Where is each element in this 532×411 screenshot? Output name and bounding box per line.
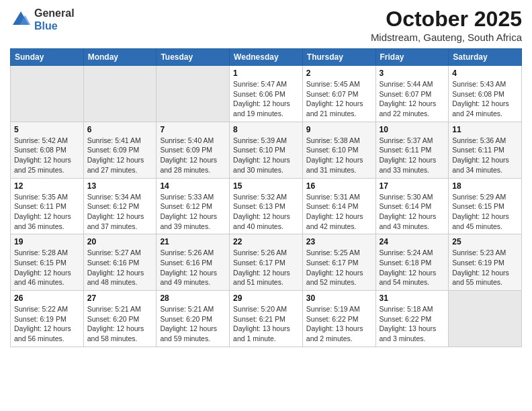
calendar-week-2: 5Sunrise: 5:42 AMSunset: 6:08 PMDaylight… [11, 122, 522, 178]
day-number: 1 [233, 68, 299, 78]
calendar-cell: 8Sunrise: 5:39 AMSunset: 6:10 PMDaylight… [230, 122, 303, 178]
day-info: Sunrise: 5:41 AMSunset: 6:09 PMDaylight:… [87, 136, 153, 175]
day-info: Sunrise: 5:26 AMSunset: 6:17 PMDaylight:… [233, 248, 299, 287]
calendar-cell: 2Sunrise: 5:45 AMSunset: 6:07 PMDaylight… [302, 66, 375, 122]
day-number: 15 [233, 181, 299, 191]
day-number: 8 [233, 125, 299, 134]
calendar-cell: 31Sunrise: 5:18 AMSunset: 6:22 PMDayligh… [375, 291, 449, 347]
calendar-cell: 19Sunrise: 5:28 AMSunset: 6:15 PMDayligh… [11, 234, 84, 291]
calendar-cell: 17Sunrise: 5:30 AMSunset: 6:14 PMDayligh… [375, 178, 449, 234]
calendar-cell: 18Sunrise: 5:29 AMSunset: 6:15 PMDayligh… [449, 178, 522, 234]
weekday-header-sunday: Sunday [11, 49, 84, 66]
day-number: 25 [452, 237, 518, 246]
calendar-cell: 28Sunrise: 5:21 AMSunset: 6:20 PMDayligh… [157, 291, 230, 347]
day-info: Sunrise: 5:34 AMSunset: 6:12 PMDaylight:… [87, 192, 153, 232]
day-number: 2 [306, 68, 372, 78]
calendar-table: SundayMondayTuesdayWednesdayThursdayFrid… [10, 48, 522, 347]
day-info: Sunrise: 5:28 AMSunset: 6:15 PMDaylight:… [14, 248, 80, 287]
calendar-cell: 1Sunrise: 5:47 AMSunset: 6:06 PMDaylight… [230, 66, 303, 122]
logo-general: General [34, 7, 75, 19]
calendar-cell: 11Sunrise: 5:36 AMSunset: 6:11 PMDayligh… [449, 122, 522, 178]
day-number: 23 [306, 237, 372, 246]
weekday-header-monday: Monday [83, 49, 157, 66]
day-info: Sunrise: 5:39 AMSunset: 6:10 PMDaylight:… [233, 136, 299, 175]
day-info: Sunrise: 5:31 AMSunset: 6:14 PMDaylight:… [306, 192, 372, 232]
day-number: 12 [14, 181, 80, 191]
day-info: Sunrise: 5:29 AMSunset: 6:15 PMDaylight:… [452, 192, 518, 232]
day-number: 30 [306, 293, 372, 303]
day-info: Sunrise: 5:25 AMSunset: 6:17 PMDaylight:… [306, 248, 372, 287]
day-number: 20 [87, 237, 153, 246]
calendar-week-3: 12Sunrise: 5:35 AMSunset: 6:11 PMDayligh… [11, 178, 522, 234]
day-number: 4 [452, 68, 518, 78]
weekday-header-saturday: Saturday [449, 49, 522, 66]
day-number: 31 [380, 293, 445, 303]
day-number: 9 [306, 125, 372, 134]
day-info: Sunrise: 5:44 AMSunset: 6:07 PMDaylight:… [380, 79, 445, 119]
day-info: Sunrise: 5:19 AMSunset: 6:22 PMDaylight:… [306, 304, 372, 344]
calendar-cell: 23Sunrise: 5:25 AMSunset: 6:17 PMDayligh… [302, 234, 375, 291]
day-number: 5 [14, 125, 80, 134]
day-number: 17 [380, 181, 445, 191]
weekday-header-thursday: Thursday [302, 49, 375, 66]
day-info: Sunrise: 5:36 AMSunset: 6:11 PMDaylight:… [452, 136, 518, 175]
calendar-cell: 27Sunrise: 5:21 AMSunset: 6:20 PMDayligh… [83, 291, 157, 347]
calendar-cell: 25Sunrise: 5:23 AMSunset: 6:19 PMDayligh… [449, 234, 522, 291]
day-info: Sunrise: 5:22 AMSunset: 6:19 PMDaylight:… [14, 304, 80, 344]
day-number: 19 [14, 237, 80, 246]
calendar-week-5: 26Sunrise: 5:22 AMSunset: 6:19 PMDayligh… [11, 291, 522, 347]
month-title: October 2025 [371, 7, 522, 32]
calendar-cell: 15Sunrise: 5:32 AMSunset: 6:13 PMDayligh… [230, 178, 303, 234]
calendar-cell: 12Sunrise: 5:35 AMSunset: 6:11 PMDayligh… [11, 178, 84, 234]
calendar-cell: 6Sunrise: 5:41 AMSunset: 6:09 PMDaylight… [83, 122, 157, 178]
day-info: Sunrise: 5:30 AMSunset: 6:14 PMDaylight:… [380, 192, 445, 232]
weekday-header-friday: Friday [375, 49, 449, 66]
calendar-cell: 22Sunrise: 5:26 AMSunset: 6:17 PMDayligh… [230, 234, 303, 291]
weekday-header-tuesday: Tuesday [157, 49, 230, 66]
calendar-cell: 13Sunrise: 5:34 AMSunset: 6:12 PMDayligh… [83, 178, 157, 234]
title-block: October 2025 Midstream, Gauteng, South A… [371, 7, 522, 43]
day-info: Sunrise: 5:24 AMSunset: 6:18 PMDaylight:… [380, 248, 445, 287]
day-number: 10 [380, 125, 445, 134]
calendar-cell: 10Sunrise: 5:37 AMSunset: 6:11 PMDayligh… [375, 122, 449, 178]
day-number: 3 [380, 68, 445, 78]
logo: General Blue [10, 7, 75, 32]
day-info: Sunrise: 5:47 AMSunset: 6:06 PMDaylight:… [233, 79, 299, 119]
day-number: 27 [87, 293, 153, 303]
day-info: Sunrise: 5:23 AMSunset: 6:19 PMDaylight:… [452, 248, 518, 287]
calendar-cell [83, 66, 157, 122]
day-number: 18 [452, 181, 518, 191]
calendar-cell: 7Sunrise: 5:40 AMSunset: 6:09 PMDaylight… [157, 122, 230, 178]
calendar-cell: 3Sunrise: 5:44 AMSunset: 6:07 PMDaylight… [375, 66, 449, 122]
location-subtitle: Midstream, Gauteng, South Africa [371, 32, 522, 43]
calendar-cell: 21Sunrise: 5:26 AMSunset: 6:16 PMDayligh… [157, 234, 230, 291]
day-info: Sunrise: 5:43 AMSunset: 6:08 PMDaylight:… [452, 79, 518, 119]
calendar-cell: 24Sunrise: 5:24 AMSunset: 6:18 PMDayligh… [375, 234, 449, 291]
calendar-cell: 20Sunrise: 5:27 AMSunset: 6:16 PMDayligh… [83, 234, 157, 291]
day-info: Sunrise: 5:32 AMSunset: 6:13 PMDaylight:… [233, 192, 299, 232]
day-number: 13 [87, 181, 153, 191]
day-number: 7 [160, 125, 226, 134]
day-info: Sunrise: 5:18 AMSunset: 6:22 PMDaylight:… [380, 304, 445, 344]
calendar-cell: 9Sunrise: 5:38 AMSunset: 6:10 PMDaylight… [302, 122, 375, 178]
calendar-cell: 14Sunrise: 5:33 AMSunset: 6:12 PMDayligh… [157, 178, 230, 234]
calendar-cell: 5Sunrise: 5:42 AMSunset: 6:08 PMDaylight… [11, 122, 84, 178]
day-number: 24 [380, 237, 445, 246]
day-info: Sunrise: 5:38 AMSunset: 6:10 PMDaylight:… [306, 136, 372, 175]
day-number: 28 [160, 293, 226, 303]
day-info: Sunrise: 5:20 AMSunset: 6:21 PMDaylight:… [233, 304, 299, 344]
day-info: Sunrise: 5:40 AMSunset: 6:09 PMDaylight:… [160, 136, 226, 175]
day-info: Sunrise: 5:42 AMSunset: 6:08 PMDaylight:… [14, 136, 80, 175]
weekday-header-wednesday: Wednesday [230, 49, 303, 66]
day-info: Sunrise: 5:33 AMSunset: 6:12 PMDaylight:… [160, 192, 226, 232]
calendar-cell [449, 291, 522, 347]
calendar-cell: 30Sunrise: 5:19 AMSunset: 6:22 PMDayligh… [302, 291, 375, 347]
day-info: Sunrise: 5:21 AMSunset: 6:20 PMDaylight:… [160, 304, 226, 344]
calendar-cell: 4Sunrise: 5:43 AMSunset: 6:08 PMDaylight… [449, 66, 522, 122]
day-info: Sunrise: 5:27 AMSunset: 6:16 PMDaylight:… [87, 248, 153, 287]
calendar-cell: 26Sunrise: 5:22 AMSunset: 6:19 PMDayligh… [11, 291, 84, 347]
calendar-cell: 29Sunrise: 5:20 AMSunset: 6:21 PMDayligh… [230, 291, 303, 347]
logo-icon [10, 9, 32, 30]
logo-blue: Blue [34, 20, 58, 32]
day-number: 21 [160, 237, 226, 246]
